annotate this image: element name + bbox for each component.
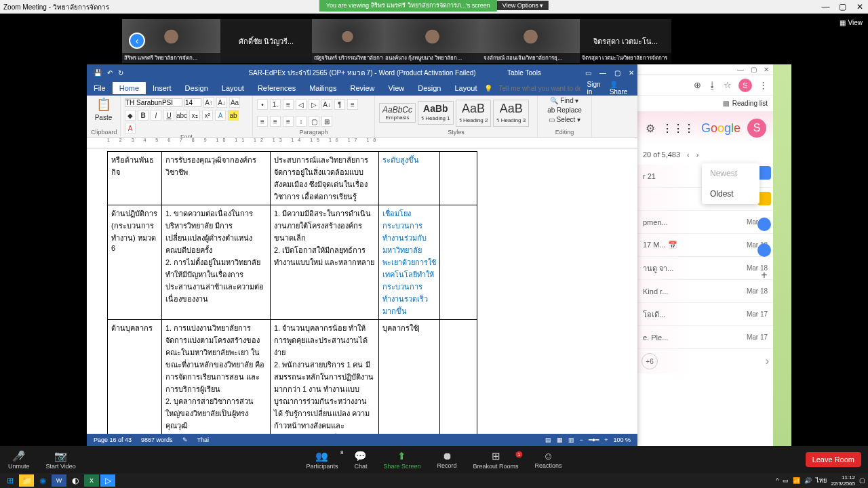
save-icon[interactable]: 💾 <box>94 69 102 77</box>
close-icon[interactable]: ✕ <box>764 66 769 73</box>
style-heading2[interactable]: AaBร Heading 2 <box>456 100 492 127</box>
participant-tile[interactable]: จงลักษณ์ สอนเจิม/วิทยาลัยการยุ... <box>481 19 580 63</box>
highlight-icon[interactable]: ab <box>228 110 239 121</box>
zoom-level[interactable]: 100 % <box>613 436 631 443</box>
view-print-icon[interactable]: ▦ <box>557 436 563 443</box>
increase-indent-icon[interactable]: ▷ <box>309 99 319 110</box>
tasks-icon[interactable] <box>757 218 771 231</box>
clock[interactable]: 11:12 22/3/2565 <box>831 474 855 487</box>
close-icon[interactable]: ✕ <box>851 2 868 12</box>
maximize-icon[interactable]: ▢ <box>834 2 851 12</box>
find-button[interactable]: 🔍 Find ▾ <box>550 97 578 104</box>
font-size-input[interactable] <box>184 98 201 107</box>
start-button[interactable]: ⊞ <box>3 474 18 487</box>
maximize-icon[interactable]: ▢ <box>751 66 757 73</box>
decrease-font-icon[interactable]: A↓ <box>216 97 227 108</box>
volume-icon[interactable]: 🔊 <box>804 477 812 484</box>
pager-next-icon[interactable]: › <box>696 150 699 159</box>
strikethrough-icon[interactable]: abc <box>176 110 187 121</box>
minimize-icon[interactable]: — <box>737 66 744 73</box>
tab-view[interactable]: View <box>382 82 412 94</box>
minimize-icon[interactable]: — <box>599 69 606 77</box>
file-explorer-icon[interactable]: 📁 <box>19 474 34 487</box>
clear-format-icon[interactable]: ◆ <box>125 110 136 121</box>
style-emphasis[interactable]: AaBbCcEmphasis <box>379 103 416 123</box>
spell-check-icon[interactable]: ✎ <box>182 436 188 443</box>
participant-tile[interactable]: จิตรสุดา เวตมะโน...จิตรสุดา เวตมะโน/วิทย… <box>580 19 671 63</box>
chat-button[interactable]: 💬Chat <box>346 450 375 470</box>
increase-font-icon[interactable]: A↑ <box>203 97 214 108</box>
show-marks-icon[interactable]: ¶ <box>334 99 345 110</box>
unmute-button[interactable]: 🎤̷Unmute <box>0 450 38 470</box>
gmail-avatar[interactable]: S <box>747 119 766 138</box>
line-spacing-icon[interactable]: ↕ <box>296 116 307 127</box>
font-color-icon[interactable]: A <box>125 123 136 134</box>
participant-tile[interactable]: อนงค์นาง กุ้งหนูขนาง วิทยาลัยก... <box>383 19 481 63</box>
tab-design[interactable]: Design <box>178 82 215 94</box>
numbering-icon[interactable]: 1. <box>270 99 281 110</box>
language-button[interactable]: Thai <box>197 436 210 443</box>
prev-video-arrow[interactable]: ‹ <box>129 33 145 49</box>
email-row[interactable]: โอเดี...Mar 17 <box>637 303 773 326</box>
paste-button[interactable]: Paste <box>95 114 113 121</box>
reading-list-button[interactable]: Reading list <box>732 100 768 107</box>
tray-chevron-icon[interactable]: ^ <box>776 477 778 484</box>
tab-review[interactable]: Review <box>344 82 382 94</box>
excel-taskbar-icon[interactable]: X <box>84 474 99 487</box>
apps-icon[interactable]: ⋮⋮⋮ <box>662 122 694 135</box>
battery-icon[interactable]: ▭ <box>783 477 789 484</box>
ribbon-display-icon[interactable]: ▭ <box>585 69 591 77</box>
calendar-icon[interactable] <box>757 166 771 180</box>
sort-newest[interactable]: Newest <box>702 163 760 184</box>
document-area[interactable]: หรือด้านพันธกิจ การรับรองคุณวุฒิจากองค์ก… <box>87 148 637 434</box>
underline-icon[interactable]: U <box>163 110 174 121</box>
superscript-icon[interactable]: x² <box>202 110 213 121</box>
tab-references[interactable]: References <box>251 82 302 94</box>
add-icon[interactable]: + <box>761 269 767 281</box>
word-taskbar-icon[interactable]: W <box>52 474 66 487</box>
align-center-icon[interactable]: ≡ <box>257 116 268 127</box>
participants-button[interactable]: 👥Participants8 <box>298 450 346 470</box>
language-indicator[interactable]: ไทย <box>816 476 827 485</box>
bullets-icon[interactable]: • <box>257 99 268 110</box>
tab-mailings[interactable]: Mailings <box>302 82 343 94</box>
view-options-button[interactable]: View Options ▾ <box>497 1 549 10</box>
change-case-icon[interactable]: Aa <box>229 97 240 108</box>
leave-button[interactable]: Leave Room <box>806 452 861 467</box>
borders-icon[interactable]: ⊞ <box>321 116 332 127</box>
minimize-icon[interactable]: — <box>817 2 834 12</box>
chrome-taskbar-icon[interactable]: ◐ <box>68 474 83 487</box>
undo-icon[interactable]: ↶ <box>107 69 113 77</box>
decrease-indent-icon[interactable]: ◁ <box>296 99 307 110</box>
zoom-taskbar-icon[interactable]: ▷ <box>100 474 115 487</box>
select-button[interactable]: ▭ Select ▾ <box>549 116 580 123</box>
replace-button[interactable]: ab Replace <box>547 106 582 114</box>
keep-icon[interactable] <box>757 192 771 205</box>
bold-icon[interactable]: B <box>138 110 149 121</box>
tab-file[interactable]: File <box>87 82 113 94</box>
tab-home[interactable]: Home <box>113 82 146 94</box>
word-count[interactable]: 9867 words <box>141 436 173 443</box>
chevron-right-icon[interactable]: › <box>766 355 769 367</box>
zoom-in-icon[interactable]: + <box>604 436 608 443</box>
tab-table-layout[interactable]: Layout <box>448 82 484 94</box>
align-left-icon[interactable]: ≡ <box>347 99 358 110</box>
participant-tile[interactable]: ณัฐจรินทร์ บริวรรณวิทยาลัยการจ... <box>312 19 383 63</box>
breakout-button[interactable]: ⊞Breakout Rooms1 <box>465 450 527 470</box>
redo-icon[interactable]: ↻ <box>118 69 123 77</box>
menu-icon[interactable]: ⋮ <box>759 80 768 90</box>
tab-table-design[interactable]: Design <box>411 82 448 94</box>
wifi-icon[interactable]: 📶 <box>793 477 800 484</box>
share-button[interactable]: 👤 Share <box>610 81 631 96</box>
sort-icon[interactable]: A↓ <box>321 99 332 110</box>
sign-in-button[interactable]: Sign in <box>587 81 603 96</box>
download-icon[interactable]: ⭳ <box>708 80 717 90</box>
style-heading1[interactable]: AaBbร Heading 1 <box>418 101 454 125</box>
email-row[interactable]: e. Ple...Mar 17 <box>637 326 773 349</box>
tell-me-input[interactable] <box>499 85 580 92</box>
star-icon[interactable]: ☆ <box>724 80 732 90</box>
email-row[interactable]: านดู จา...Mar 18 <box>637 257 773 280</box>
record-button[interactable]: ⏺Record <box>429 450 465 470</box>
participant-tile[interactable]: ศักดิ์ชัย นิวัญวรี... <box>220 19 312 63</box>
align-right-icon[interactable]: ≡ <box>270 116 281 127</box>
